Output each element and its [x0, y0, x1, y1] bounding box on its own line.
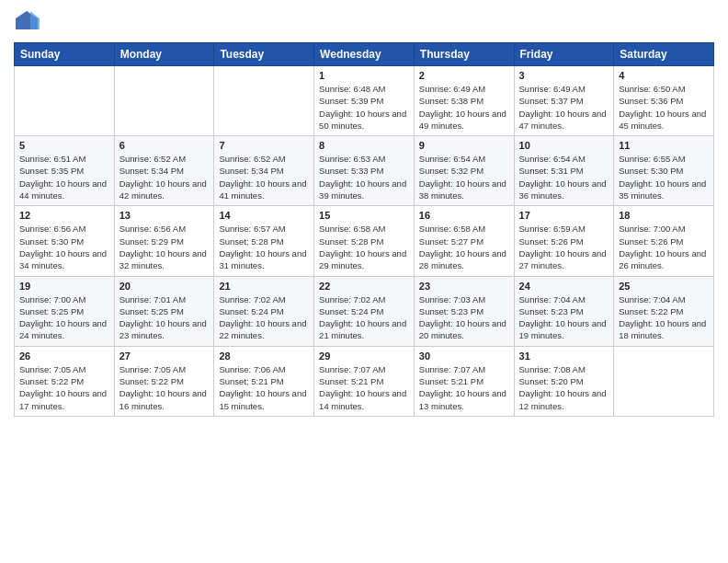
page: SundayMondayTuesdayWednesdayThursdayFrid… [0, 0, 728, 563]
day-info: Sunrise: 6:49 AM Sunset: 5:37 PM Dayligh… [519, 83, 609, 132]
day-info: Sunrise: 6:54 AM Sunset: 5:32 PM Dayligh… [419, 153, 509, 201]
day-info: Sunrise: 6:56 AM Sunset: 5:29 PM Dayligh… [119, 223, 210, 271]
calendar-cell: 3Sunrise: 6:49 AM Sunset: 5:37 PM Daylig… [514, 66, 614, 136]
calendar-cell: 9Sunrise: 6:54 AM Sunset: 5:32 PM Daylig… [414, 136, 514, 206]
calendar-cell: 4Sunrise: 6:50 AM Sunset: 5:36 PM Daylig… [614, 66, 714, 136]
header [14, 9, 714, 35]
day-number: 23 [419, 281, 509, 292]
calendar-cell [114, 66, 214, 136]
day-number: 26 [19, 350, 109, 362]
calendar-cell: 31Sunrise: 7:08 AM Sunset: 5:20 PM Dayli… [514, 346, 614, 416]
day-number: 30 [419, 350, 509, 362]
day-info: Sunrise: 6:52 AM Sunset: 5:34 PM Dayligh… [219, 153, 309, 201]
calendar-week-row: 26Sunrise: 7:05 AM Sunset: 5:22 PM Dayli… [15, 346, 714, 416]
calendar-cell: 14Sunrise: 6:57 AM Sunset: 5:28 PM Dayli… [214, 206, 314, 276]
calendar-cell: 27Sunrise: 7:05 AM Sunset: 5:22 PM Dayli… [114, 346, 214, 416]
calendar-cell: 8Sunrise: 6:53 AM Sunset: 5:33 PM Daylig… [314, 136, 415, 206]
day-number: 13 [119, 210, 210, 221]
day-number: 10 [519, 140, 609, 151]
day-number: 3 [519, 70, 609, 81]
calendar-cell: 25Sunrise: 7:04 AM Sunset: 5:22 PM Dayli… [614, 276, 714, 346]
logo [14, 9, 43, 35]
day-number: 14 [219, 210, 309, 221]
day-info: Sunrise: 6:57 AM Sunset: 5:28 PM Dayligh… [219, 223, 309, 271]
calendar-cell: 10Sunrise: 6:54 AM Sunset: 5:31 PM Dayli… [514, 136, 614, 206]
calendar-cell: 28Sunrise: 7:06 AM Sunset: 5:21 PM Dayli… [214, 346, 314, 416]
calendar-cell: 20Sunrise: 7:01 AM Sunset: 5:25 PM Dayli… [114, 276, 214, 346]
calendar-header-row: SundayMondayTuesdayWednesdayThursdayFrid… [15, 43, 714, 66]
calendar-cell [15, 66, 115, 136]
calendar-cell: 26Sunrise: 7:05 AM Sunset: 5:22 PM Dayli… [15, 346, 115, 416]
day-number: 15 [319, 210, 409, 221]
calendar-cell: 23Sunrise: 7:03 AM Sunset: 5:23 PM Dayli… [414, 276, 514, 346]
day-info: Sunrise: 7:07 AM Sunset: 5:21 PM Dayligh… [319, 363, 409, 412]
day-info: Sunrise: 7:02 AM Sunset: 5:24 PM Dayligh… [219, 293, 309, 342]
day-info: Sunrise: 7:05 AM Sunset: 5:22 PM Dayligh… [19, 363, 109, 412]
day-info: Sunrise: 6:50 AM Sunset: 5:36 PM Dayligh… [619, 83, 709, 132]
day-info: Sunrise: 7:00 AM Sunset: 5:25 PM Dayligh… [19, 293, 109, 342]
calendar-week-row: 1Sunrise: 6:48 AM Sunset: 5:39 PM Daylig… [15, 66, 714, 136]
calendar-cell: 15Sunrise: 6:58 AM Sunset: 5:28 PM Dayli… [314, 206, 415, 276]
day-info: Sunrise: 6:48 AM Sunset: 5:39 PM Dayligh… [319, 83, 409, 132]
day-number: 31 [519, 350, 609, 362]
calendar-cell: 11Sunrise: 6:55 AM Sunset: 5:30 PM Dayli… [614, 136, 714, 206]
calendar-cell: 19Sunrise: 7:00 AM Sunset: 5:25 PM Dayli… [15, 276, 115, 346]
calendar-cell: 24Sunrise: 7:04 AM Sunset: 5:23 PM Dayli… [514, 276, 614, 346]
day-info: Sunrise: 7:02 AM Sunset: 5:24 PM Dayligh… [319, 293, 409, 342]
calendar-cell: 5Sunrise: 6:51 AM Sunset: 5:35 PM Daylig… [15, 136, 115, 206]
calendar-week-row: 12Sunrise: 6:56 AM Sunset: 5:30 PM Dayli… [15, 206, 714, 276]
svg-marker-1 [30, 11, 40, 29]
day-info: Sunrise: 7:06 AM Sunset: 5:21 PM Dayligh… [219, 363, 309, 412]
day-number: 8 [319, 140, 409, 151]
day-number: 9 [419, 140, 509, 151]
day-number: 7 [219, 140, 309, 151]
calendar-cell: 7Sunrise: 6:52 AM Sunset: 5:34 PM Daylig… [214, 136, 314, 206]
day-number: 2 [419, 70, 509, 81]
day-number: 29 [319, 350, 409, 362]
calendar-cell: 2Sunrise: 6:49 AM Sunset: 5:38 PM Daylig… [414, 66, 514, 136]
day-number: 21 [219, 281, 309, 292]
day-number: 5 [19, 140, 109, 151]
calendar-cell: 29Sunrise: 7:07 AM Sunset: 5:21 PM Dayli… [314, 346, 415, 416]
day-number: 12 [19, 210, 109, 221]
day-info: Sunrise: 7:08 AM Sunset: 5:20 PM Dayligh… [519, 363, 609, 412]
day-info: Sunrise: 6:54 AM Sunset: 5:31 PM Dayligh… [519, 153, 609, 201]
calendar-table: SundayMondayTuesdayWednesdayThursdayFrid… [14, 42, 714, 417]
weekday-header: Friday [514, 43, 614, 66]
calendar-cell [214, 66, 314, 136]
day-number: 24 [519, 281, 609, 292]
day-info: Sunrise: 6:53 AM Sunset: 5:33 PM Dayligh… [319, 153, 409, 201]
day-info: Sunrise: 6:49 AM Sunset: 5:38 PM Dayligh… [419, 83, 509, 132]
calendar-cell: 21Sunrise: 7:02 AM Sunset: 5:24 PM Dayli… [214, 276, 314, 346]
day-number: 28 [219, 350, 309, 362]
day-info: Sunrise: 7:04 AM Sunset: 5:23 PM Dayligh… [519, 293, 609, 342]
calendar-cell: 16Sunrise: 6:58 AM Sunset: 5:27 PM Dayli… [414, 206, 514, 276]
day-number: 20 [119, 281, 210, 292]
calendar-week-row: 19Sunrise: 7:00 AM Sunset: 5:25 PM Dayli… [15, 276, 714, 346]
day-number: 1 [319, 70, 409, 81]
day-info: Sunrise: 6:58 AM Sunset: 5:28 PM Dayligh… [319, 223, 409, 271]
day-number: 19 [19, 281, 109, 292]
calendar-cell: 17Sunrise: 6:59 AM Sunset: 5:26 PM Dayli… [514, 206, 614, 276]
calendar-cell: 12Sunrise: 6:56 AM Sunset: 5:30 PM Dayli… [15, 206, 115, 276]
day-info: Sunrise: 7:04 AM Sunset: 5:22 PM Dayligh… [619, 293, 709, 342]
day-number: 6 [119, 140, 210, 151]
day-number: 11 [619, 140, 709, 151]
calendar-cell [614, 346, 714, 416]
weekday-header: Wednesday [314, 43, 415, 66]
day-number: 17 [519, 210, 609, 221]
day-number: 16 [419, 210, 509, 221]
logo-icon [14, 9, 40, 35]
calendar-cell: 18Sunrise: 7:00 AM Sunset: 5:26 PM Dayli… [614, 206, 714, 276]
calendar-cell: 1Sunrise: 6:48 AM Sunset: 5:39 PM Daylig… [314, 66, 415, 136]
calendar-cell: 30Sunrise: 7:07 AM Sunset: 5:21 PM Dayli… [414, 346, 514, 416]
calendar-week-row: 5Sunrise: 6:51 AM Sunset: 5:35 PM Daylig… [15, 136, 714, 206]
day-number: 25 [619, 281, 709, 292]
calendar-cell: 22Sunrise: 7:02 AM Sunset: 5:24 PM Dayli… [314, 276, 415, 346]
day-number: 18 [619, 210, 709, 221]
day-number: 22 [319, 281, 409, 292]
day-info: Sunrise: 7:07 AM Sunset: 5:21 PM Dayligh… [419, 363, 509, 412]
day-info: Sunrise: 7:05 AM Sunset: 5:22 PM Dayligh… [119, 363, 210, 412]
day-info: Sunrise: 6:52 AM Sunset: 5:34 PM Dayligh… [119, 153, 210, 201]
day-number: 4 [619, 70, 709, 81]
